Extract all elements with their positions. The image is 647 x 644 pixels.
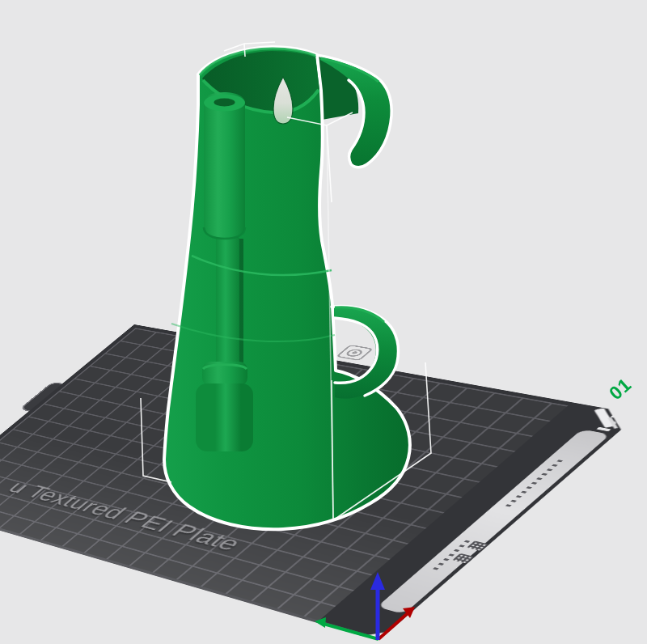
model-teardrop-hole: [273, 77, 293, 124]
model-front-rim-highlight: [203, 80, 319, 112]
calibration-target-center: [351, 351, 358, 354]
model-tube-top-rim: [204, 95, 245, 112]
model-upper-clip: [320, 57, 391, 167]
model-seam-line: [192, 256, 332, 275]
model-tube-upper: [204, 92, 245, 238]
viewport-3d[interactable]: u Textured PEI Plate 01: [0, 0, 647, 644]
model-upper-clip-rim: [321, 58, 378, 82]
wipe-zone-icon-fill: [309, 341, 326, 348]
io-marker-bar: [596, 427, 611, 431]
plate-number-label: 01: [605, 374, 636, 405]
edge-band-text-marks: [504, 460, 564, 508]
model-back-rim-highlight: [200, 49, 316, 75]
model-tube-step-edge: [204, 227, 245, 239]
plate-grid: [0, 328, 568, 621]
wipe-zone-icon: [302, 337, 335, 351]
model-cup-inner-wall: [202, 51, 319, 112]
build-plate[interactable]: u Textured PEI Plate: [0, 324, 639, 641]
model-lower-clip-rim: [335, 307, 384, 322]
calibration-target-icon: [336, 345, 374, 361]
model-tube-top-hole: [214, 99, 235, 107]
model-upper-clip-outline: [317, 55, 391, 167]
calibration-target-ring: [344, 348, 365, 357]
model-clip-inner-face: [319, 56, 358, 120]
